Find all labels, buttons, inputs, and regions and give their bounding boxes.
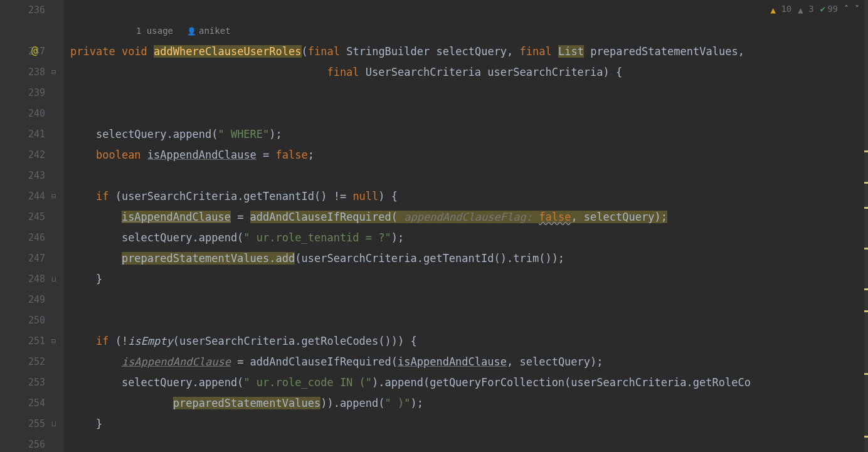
line-number-gutter: 236 237 238 239 240 241 242 243 244 245 … — [0, 0, 50, 452]
line-number[interactable]: 246 — [0, 228, 50, 248]
check-icon: ✔ — [820, 4, 825, 14]
code-line[interactable]: isAppendAndClause = addAndClauseIfRequir… — [70, 207, 868, 228]
line-number[interactable]: 249 — [0, 290, 50, 310]
code-line[interactable]: final UserSearchCriteria userSearchCrite… — [70, 62, 868, 83]
line-number[interactable]: 253 — [0, 372, 50, 393]
stripe-marker[interactable] — [864, 207, 868, 209]
person-icon: 👤 — [187, 27, 196, 36]
line-number[interactable]: 256 — [0, 434, 50, 452]
error-stripe[interactable] — [864, 0, 868, 452]
line-number[interactable]: 243 — [0, 166, 50, 186]
stripe-marker[interactable] — [864, 310, 868, 312]
author-lens[interactable]: 👤aniket — [187, 26, 231, 36]
inspection-prev-icon[interactable]: ˄ — [844, 4, 849, 14]
code-line[interactable]: selectQuery.append(" ur.role_code IN (")… — [70, 372, 868, 393]
line-number[interactable]: 238 — [0, 62, 50, 83]
stripe-marker[interactable] — [864, 288, 868, 290]
inspection-warnings-yellow[interactable]: ▲ 10 — [770, 4, 791, 14]
code-area[interactable]: 1 usage 👤aniket private void addWhereCla… — [64, 0, 868, 452]
code-line[interactable]: selectQuery.append(" ur.role_tenantid = … — [70, 228, 868, 248]
line-number[interactable]: 245 — [0, 207, 50, 228]
fold-end-icon[interactable]: ⊔ — [51, 275, 56, 283]
line-number[interactable]: 239 — [0, 83, 50, 103]
warning-triangle-gray-icon: ▲ — [798, 5, 807, 13]
stripe-marker[interactable] — [864, 182, 868, 184]
fold-handle-icon[interactable]: ⊟ — [51, 68, 56, 76]
line-number[interactable]: 242 — [0, 145, 50, 166]
line-number[interactable]: 254 — [0, 393, 50, 414]
override-annotation-icon[interactable]: @ — [31, 44, 38, 56]
gutter-icons: @ ⊟ ⊟ ⊔ ⊟ ⊔ — [50, 0, 64, 452]
code-line[interactable]: isAppendAndClause = addAndClauseIfRequir… — [70, 352, 868, 372]
code-line[interactable]: if (userSearchCriteria.getTenantId() != … — [70, 186, 868, 207]
line-number[interactable]: 248 — [0, 269, 50, 290]
code-line[interactable]: private void addWhereClauseUserRoles(fin… — [70, 41, 868, 62]
inspection-ok[interactable]: ✔ 99 — [820, 4, 838, 14]
code-line[interactable]: } — [70, 414, 868, 434]
inspection-next-icon[interactable]: ˅ — [855, 4, 859, 14]
code-line[interactable]: preparedStatementValues)).append(" )"); — [70, 393, 868, 414]
fold-handle-icon[interactable]: ⊟ — [51, 192, 56, 201]
inspections-widget[interactable]: ▲ 10 ▲ 3 ✔ 99 ˄ ˅ — [770, 4, 859, 14]
fold-handle-icon[interactable]: ⊟ — [51, 337, 56, 345]
code-line[interactable]: preparedStatementValues.add(userSearchCr… — [70, 248, 868, 269]
code-line[interactable]: if (!isEmpty(userSearchCriteria.getRoleC… — [70, 331, 868, 352]
stripe-marker[interactable] — [864, 150, 868, 152]
line-number[interactable]: 250 — [0, 310, 50, 331]
warning-triangle-icon: ▲ — [770, 5, 779, 13]
stripe-marker[interactable] — [864, 248, 868, 250]
line-number[interactable]: 241 — [0, 124, 50, 145]
code-editor[interactable]: 236 237 238 239 240 241 242 243 244 245 … — [0, 0, 868, 452]
code-line[interactable]: boolean isAppendAndClause = false; — [70, 145, 868, 166]
line-number[interactable]: 255 — [0, 414, 50, 434]
line-number[interactable]: 244 — [0, 186, 50, 207]
code-lens[interactable]: 1 usage 👤aniket — [136, 26, 231, 36]
inspection-warnings-gray[interactable]: ▲ 3 — [798, 4, 813, 14]
fold-end-icon[interactable]: ⊔ — [51, 419, 56, 428]
line-number[interactable]: 237 — [0, 41, 50, 62]
code-line[interactable]: selectQuery.append(" WHERE"); — [70, 124, 868, 145]
usages-lens[interactable]: 1 usage — [136, 26, 173, 36]
line-number[interactable]: 240 — [0, 103, 50, 124]
stripe-marker[interactable] — [864, 373, 868, 375]
line-number[interactable]: 252 — [0, 352, 50, 372]
stripe-marker[interactable] — [864, 436, 868, 438]
line-number[interactable]: 247 — [0, 248, 50, 269]
line-number[interactable]: 236 — [0, 0, 50, 21]
line-number[interactable]: 251 — [0, 331, 50, 352]
code-line[interactable]: } — [70, 269, 868, 290]
